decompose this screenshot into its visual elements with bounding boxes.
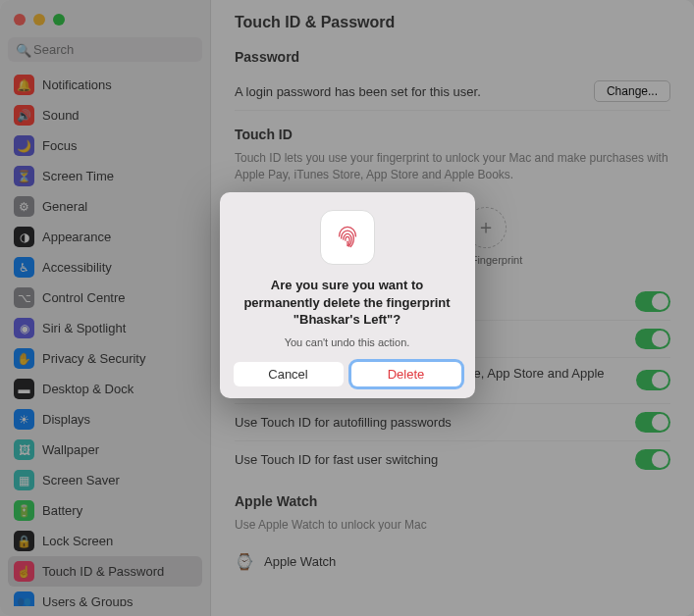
dialog-subtitle: You can't undo this action. <box>234 336 461 348</box>
delete-fingerprint-dialog: Are you sure you want to permanently del… <box>220 192 475 398</box>
dialog-icon-wrap <box>320 210 375 265</box>
modal-overlay: Are you sure you want to permanently del… <box>0 0 694 616</box>
dialog-title: Are you sure you want to permanently del… <box>234 277 461 329</box>
fingerprint-icon <box>331 221 364 254</box>
delete-button[interactable]: Delete <box>351 362 461 386</box>
dialog-buttons: Cancel Delete <box>234 362 461 386</box>
cancel-button[interactable]: Cancel <box>234 362 344 386</box>
